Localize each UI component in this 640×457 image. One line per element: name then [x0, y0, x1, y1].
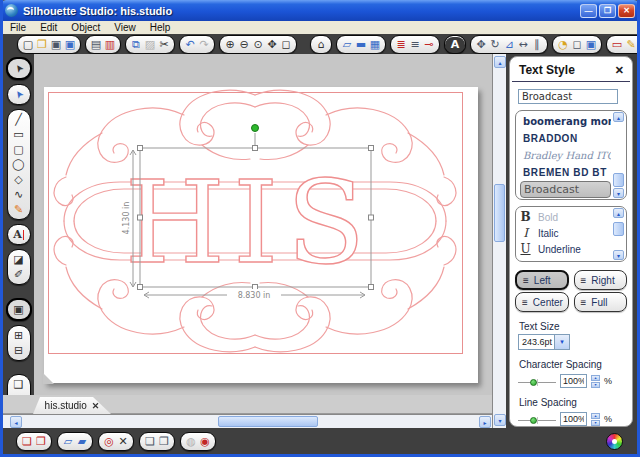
undo-icon[interactable]: ↶ — [183, 37, 197, 52]
eraser-tool[interactable]: ◪ — [11, 252, 27, 267]
align-full-button[interactable]: ≡Full — [574, 292, 628, 312]
font-item-bradley[interactable]: Bradley Hand ITC — [520, 147, 611, 164]
pan-icon[interactable]: ✥ — [265, 37, 279, 52]
scroll-down-icon[interactable]: ▾ — [613, 188, 624, 198]
font-search-input[interactable] — [518, 89, 618, 104]
tab-close-icon[interactable]: ✕ — [92, 401, 100, 411]
design-text[interactable]: HIS — [125, 155, 374, 289]
scroll-left-icon[interactable]: ◂ — [10, 416, 22, 428]
scroll-down-icon[interactable]: ▾ — [494, 414, 506, 426]
send-to-silhouette-icon[interactable]: ▥ — [103, 37, 117, 52]
scale-icon[interactable]: ⊿ — [502, 37, 516, 52]
line-spacing-input[interactable] — [560, 412, 587, 426]
freehand-tool[interactable]: ✎ — [11, 202, 27, 217]
color-wheel-icon[interactable] — [606, 433, 623, 450]
line-color-tool[interactable]: ⊞ — [11, 328, 27, 343]
knife-tool[interactable]: ✐ — [11, 267, 27, 282]
style-list-scrollbar[interactable]: ▴ ▾ — [613, 208, 625, 260]
cut-settings-icon[interactable]: ≡ — [408, 37, 422, 52]
polygon-tool[interactable]: ◇ — [11, 172, 27, 187]
text-size-dropdown[interactable]: 243.6pt ▾ — [518, 334, 570, 350]
sketch-pen-icon[interactable]: ✎ — [624, 37, 638, 52]
delete-icon[interactable]: ✕ — [116, 434, 130, 449]
font-item-braddon[interactable]: BRADDON — [520, 130, 611, 147]
save-icon[interactable]: ▣ — [49, 37, 63, 52]
punch-icon[interactable]: ◔ — [556, 37, 570, 52]
menu-edit[interactable]: Edit — [33, 21, 64, 34]
lock-icon[interactable]: ⌂ — [314, 37, 328, 52]
vertical-scroll-thumb[interactable] — [494, 184, 505, 242]
library-tool[interactable]: ❑ — [11, 377, 27, 392]
style-underline[interactable]: UUnderline — [520, 241, 611, 257]
make-compound-icon[interactable]: ▱ — [61, 434, 75, 449]
design-canvas[interactable]: HIS 4.130 in — [34, 54, 492, 395]
font-list-scrollbar[interactable]: ▴ ▾ — [613, 112, 625, 198]
scroll-up-icon[interactable]: ▴ — [613, 208, 624, 218]
rounded-rectangle-tool[interactable]: ▢ — [11, 142, 27, 157]
move-icon[interactable]: ✥ — [474, 37, 488, 52]
document-tab[interactable]: his.studio ✕ — [33, 397, 111, 414]
step-up-icon[interactable]: ▴ — [591, 413, 600, 419]
scroll-right-icon[interactable]: ▸ — [479, 416, 491, 428]
line-tool[interactable]: ╱ — [11, 112, 27, 127]
weld-icon[interactable]: ◍ — [184, 434, 198, 449]
align-right-button[interactable]: ≡Right — [574, 270, 628, 290]
style-bold[interactable]: BBold — [520, 209, 611, 225]
font-item-boomerang[interactable]: boomerang monkey delux — [520, 113, 611, 130]
cut-key-icon[interactable]: ⊸ — [422, 37, 436, 52]
font-item-bremen[interactable]: BREMEN BD BT — [520, 164, 611, 181]
registration-marks-icon[interactable]: ≣ — [394, 37, 408, 52]
zoom-selection-icon[interactable]: ⊙ — [251, 37, 265, 52]
fill-page-icon[interactable]: ▣ — [584, 37, 598, 52]
style-scroll-thumb[interactable] — [613, 222, 624, 236]
new-icon[interactable]: ▢ — [21, 37, 35, 52]
edit-points-tool[interactable]: ➤ — [8, 84, 29, 106]
bring-forward-icon[interactable]: ❏ — [143, 434, 157, 449]
maximize-button[interactable]: ❒ — [599, 4, 616, 18]
scroll-up-icon[interactable]: ▴ — [494, 56, 506, 68]
paste-icon[interactable]: ▨ — [143, 37, 157, 52]
step-up-icon[interactable]: ▴ — [591, 375, 600, 381]
ellipse-tool[interactable]: ◯ — [11, 157, 27, 172]
step-down-icon[interactable]: ▾ — [591, 420, 600, 426]
menu-help[interactable]: Help — [143, 21, 178, 34]
copy-icon[interactable]: ⧉ — [129, 37, 143, 52]
zoom-in-icon[interactable]: ⊕ — [223, 37, 237, 52]
menu-object[interactable]: Object — [64, 21, 107, 34]
text-tool[interactable]: A — [11, 227, 27, 242]
rotate-icon[interactable]: ↻ — [488, 37, 502, 52]
ungroup-icon[interactable]: ❏ — [20, 434, 34, 449]
fill-color-tool[interactable]: ▣ — [11, 302, 27, 317]
select-tool[interactable]: ➤ — [8, 58, 29, 80]
send-backward-icon[interactable]: ❐ — [157, 434, 171, 449]
save-as-icon[interactable]: ▣ — [63, 37, 77, 52]
menu-view[interactable]: View — [107, 21, 143, 34]
horizontal-scrollbar[interactable]: ◂ ▸ — [3, 414, 492, 428]
align-center-button[interactable]: ≡Center — [515, 292, 569, 312]
text-style-icon[interactable]: A — [448, 37, 462, 52]
slider-thumb[interactable] — [530, 417, 537, 424]
character-spacing-input[interactable] — [560, 374, 587, 388]
chevron-down-icon[interactable]: ▾ — [554, 335, 569, 349]
release-compound-icon[interactable]: ▰ — [75, 434, 89, 449]
open-icon[interactable]: ❐ — [35, 37, 49, 52]
close-button[interactable]: ✕ — [618, 4, 635, 18]
step-down-icon[interactable]: ▾ — [591, 382, 600, 388]
group-icon[interactable]: ❐ — [34, 434, 48, 449]
rectangle-tool[interactable]: ▭ — [11, 127, 27, 142]
slider-thumb[interactable] — [530, 379, 537, 386]
cutting-page[interactable]: HIS 4.130 in — [44, 87, 478, 383]
zoom-out-icon[interactable]: ⊖ — [237, 37, 251, 52]
print-border-icon[interactable]: ▬ — [354, 37, 368, 52]
redo-icon[interactable]: ↷ — [197, 37, 211, 52]
duplicate-icon[interactable]: ◎ — [102, 434, 116, 449]
font-item-broadcast[interactable]: Broadcast — [520, 181, 611, 198]
panel-close-icon[interactable]: ✕ — [615, 64, 624, 77]
print-icon[interactable]: ▤ — [89, 37, 103, 52]
align-left-button[interactable]: ≡Left — [515, 270, 569, 290]
kerning-icon[interactable]: ↔ — [516, 37, 530, 52]
minimize-button[interactable]: — — [580, 4, 597, 18]
corner-icon[interactable]: ◻ — [570, 37, 584, 52]
curve-tool[interactable]: ∿ — [11, 187, 27, 202]
style-italic[interactable]: IItalic — [520, 225, 611, 241]
